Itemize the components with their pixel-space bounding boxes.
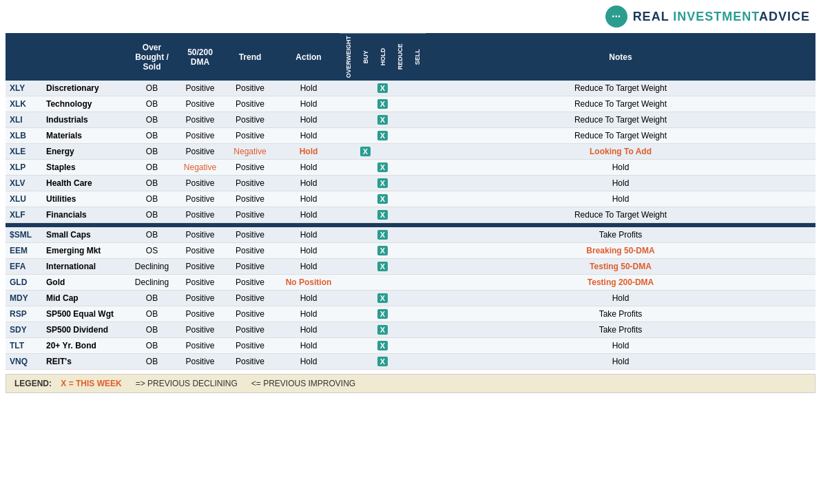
x-mark: X — [360, 147, 371, 156]
table-row: SDYSP500 DividendOBPositivePositiveHoldX… — [6, 322, 815, 337]
table-row: VNQREIT'sOBPositivePositiveHoldXHold — [6, 353, 815, 369]
col-header-hold: HOLD — [374, 33, 391, 81]
top-bar: ··· REAL INVESTMENTADVICE — [0, 0, 821, 33]
table-row: EEMEmerging MktOSPositivePositiveHoldXBr… — [6, 242, 815, 258]
table-row: XLVHealth CareOBPositivePositiveHoldXHol… — [6, 176, 815, 191]
table-row: MDYMid CapOBPositivePositiveHoldXHold — [6, 290, 815, 306]
x-mark: X — [377, 309, 388, 319]
logo-text: REAL INVESTMENTADVICE — [633, 10, 810, 24]
notes-cell: Reduce To Target Weight — [426, 207, 815, 223]
table-row: XLFFinancialsOBPositivePositiveHoldXRedu… — [6, 207, 815, 223]
legend-arrow2: <= PREVIOUS IMPROVING — [251, 379, 355, 388]
notes-cell: Hold — [426, 353, 815, 369]
table-container: Over Bought / Sold 50/200 DMA Trend Acti… — [0, 33, 821, 370]
legend-bar: LEGEND: X = THIS WEEK => PREVIOUS DECLIN… — [6, 374, 815, 393]
notes-cell: Hold — [426, 290, 815, 306]
x-mark: X — [377, 293, 388, 303]
col-header-sell: SELL — [408, 33, 426, 81]
col-header-ob: Over Bought / Sold — [126, 33, 178, 81]
col-header-trend: Trend — [222, 33, 278, 81]
col-header-action: Action — [278, 33, 340, 81]
notes-cell: Hold — [426, 176, 815, 191]
table-row: $SMLSmall CapsOBPositivePositiveHoldXTak… — [6, 227, 815, 243]
table-row: GLDGoldDecliningPositivePositiveNo Posit… — [6, 274, 815, 290]
legend-x: X = THIS WEEK — [61, 379, 121, 388]
col-header-dma: 50/200 DMA — [178, 33, 222, 81]
notes-cell: Take Profits — [426, 322, 815, 337]
notes-cell: Reduce To Target Weight — [426, 112, 815, 128]
x-mark: X — [377, 262, 388, 271]
notes-cell: Breaking 50-DMA — [426, 242, 815, 258]
legend-arrow1: => PREVIOUS DECLINING — [136, 379, 238, 388]
x-mark: X — [377, 115, 388, 125]
notes-cell: Reduce To Target Weight — [426, 96, 815, 112]
x-mark: X — [377, 162, 388, 172]
notes-cell: Take Profits — [426, 306, 815, 322]
x-mark: X — [377, 83, 388, 93]
table-row: EFAInternationalDecliningPositivePositiv… — [6, 258, 815, 274]
col-header-name — [43, 33, 126, 81]
table-row: XLKTechnologyOBPositivePositiveHoldXRedu… — [6, 96, 815, 112]
x-mark: X — [377, 99, 388, 109]
x-mark: X — [377, 194, 388, 204]
col-header-reduce: REDUCE — [391, 33, 408, 81]
x-mark: X — [377, 246, 388, 255]
notes-cell: Take Profits — [426, 227, 815, 243]
table-row: XLYDiscretionaryOBPositivePositiveHoldXR… — [6, 81, 815, 96]
notes-cell: Hold — [426, 160, 815, 176]
x-mark: X — [377, 341, 388, 350]
notes-cell: Testing 200-DMA — [426, 274, 815, 290]
logo: ··· REAL INVESTMENTADVICE — [605, 6, 810, 28]
x-mark: X — [377, 178, 388, 188]
table-row: XLUUtilitiesOBPositivePositiveHoldXHold — [6, 191, 815, 207]
logo-icon: ··· — [605, 6, 627, 28]
x-mark: X — [377, 325, 388, 335]
notes-cell: Reduce To Target Weight — [426, 81, 815, 96]
notes-cell: Hold — [426, 337, 815, 353]
col-header-ow: OVERWEIGHT — [340, 33, 357, 81]
notes-cell: Testing 50-DMA — [426, 258, 815, 274]
x-mark: X — [377, 357, 388, 366]
x-mark: X — [377, 210, 388, 220]
table-row: XLIIndustrialsOBPositivePositiveHoldXRed… — [6, 112, 815, 128]
legend-prefix: LEGEND: — [14, 379, 52, 388]
col-header-ticker — [6, 33, 43, 81]
table-row: RSPSP500 Equal WgtOBPositivePositiveHold… — [6, 306, 815, 322]
table-row: XLPStaplesOBNegativePositiveHoldXHold — [6, 160, 815, 176]
notes-cell: Reduce To Target Weight — [426, 128, 815, 144]
x-mark: X — [377, 131, 388, 140]
col-header-notes: Notes — [426, 33, 815, 81]
col-header-buy: BUY — [357, 33, 374, 81]
table-row: XLEEnergyOBPositiveNegativeHoldXLooking … — [6, 144, 815, 160]
notes-cell: Looking To Add — [426, 144, 815, 160]
table-row: XLBMaterialsOBPositivePositiveHoldXReduc… — [6, 128, 815, 144]
x-mark: X — [377, 230, 388, 240]
notes-cell: Hold — [426, 191, 815, 207]
main-table: Over Bought / Sold 50/200 DMA Trend Acti… — [6, 33, 815, 370]
table-row: TLT20+ Yr. BondOBPositivePositiveHoldXHo… — [6, 337, 815, 353]
